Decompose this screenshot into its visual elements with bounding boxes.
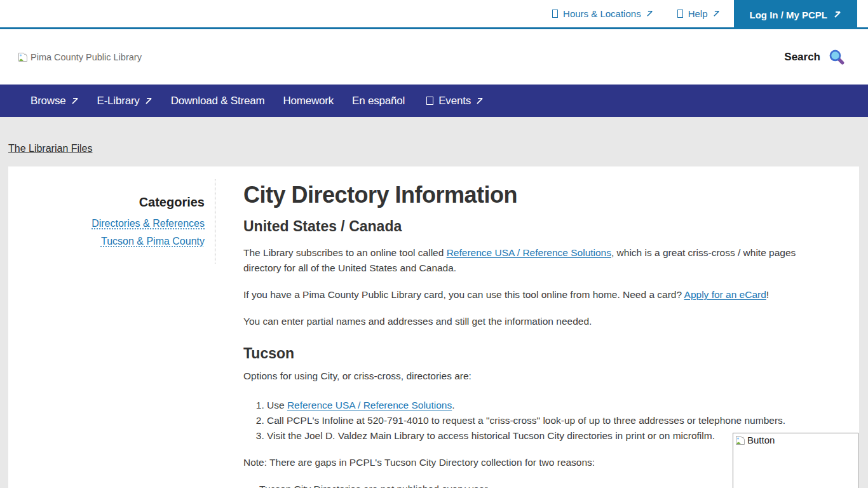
external-link-icon [834,11,841,18]
top-utility-bar: Hours & Locations Help Log In / My PCPL [0,0,868,29]
broken-image-icon [735,435,746,446]
breadcrumb: The Librarian Files [8,143,868,154]
inline-link[interactable]: Reference USA / Reference Solutions [447,247,611,258]
main-nav: Browse E-Library Download & Stream Homew… [0,85,868,117]
site-header: Pima County Public Library Search [0,29,868,85]
nav-label: Download & Stream [171,95,265,107]
content-card: Categories Directories & References Tucs… [8,166,859,488]
search-label: Search [784,51,820,64]
nav-label: E-Library [97,95,140,107]
search-icon [828,48,845,65]
external-link-icon [71,97,79,105]
external-link-icon [646,10,653,17]
categories-sidebar: Categories Directories & References Tucs… [8,179,215,264]
paragraph-library-card: If you have a Pima County Public Library… [243,287,823,302]
location-placeholder-icon [552,10,558,18]
sidebar-link-tucson-pima-county[interactable]: Tucson & Pima County [8,233,205,250]
section-heading-us-canada: United States / Canada [243,219,823,234]
calendar-placeholder-icon [426,97,433,105]
breadcrumb-link-librarian-files[interactable]: The Librarian Files [8,143,93,154]
nav-item-browse[interactable]: Browse [31,95,79,107]
broken-image-icon [17,51,29,63]
list-item: Use Reference USA / Reference Solutions. [267,398,823,413]
nav-label: Homework [283,95,334,107]
inline-link[interactable]: Reference USA / Reference Solutions [287,400,452,410]
hours-locations-label: Hours & Locations [563,8,641,19]
paragraph-partial-names: You can enter partial names and addresse… [243,314,823,329]
section-heading-tucson: Tucson [243,346,823,361]
nav-label: En español [352,95,405,107]
sidebar-link-directories-references[interactable]: Directories & References [8,215,205,233]
list-item: Call PCPL's Infoline at 520-791-4010 to … [267,413,823,428]
external-link-icon [476,97,484,105]
nav-item-en-espanol[interactable]: En español [352,95,405,107]
help-placeholder-icon [677,10,683,18]
nav-label: Events [438,95,471,107]
hours-locations-link[interactable]: Hours & Locations [552,0,653,27]
nav-item-events[interactable]: Events [426,95,484,107]
login-label: Log In / My PCPL [750,10,828,20]
button-alt-text: Button [747,435,775,445]
external-link-icon [713,10,720,17]
nav-label: Browse [31,95,66,107]
page-title: City Directory Information [243,182,823,208]
paragraph-options-intro: Options for using City, or criss-cross, … [243,369,823,384]
button-broken-image[interactable]: Button [733,433,858,488]
categories-title: Categories [8,195,205,210]
nav-item-e-library[interactable]: E-Library [97,95,153,107]
nav-item-homework[interactable]: Homework [283,95,334,107]
external-link-icon [145,97,153,105]
site-logo[interactable]: Pima County Public Library [17,51,142,63]
search-button[interactable]: Search [784,48,845,65]
help-label: Help [688,8,708,19]
inline-link[interactable]: Apply for an eCard [684,289,766,300]
logo-alt-text: Pima County Public Library [31,52,142,62]
login-button[interactable]: Log In / My PCPL [734,0,858,29]
nav-item-download-stream[interactable]: Download & Stream [171,95,265,107]
paragraph-subscribes: The Library subscribes to an online tool… [243,245,823,276]
help-link[interactable]: Help [677,0,720,27]
